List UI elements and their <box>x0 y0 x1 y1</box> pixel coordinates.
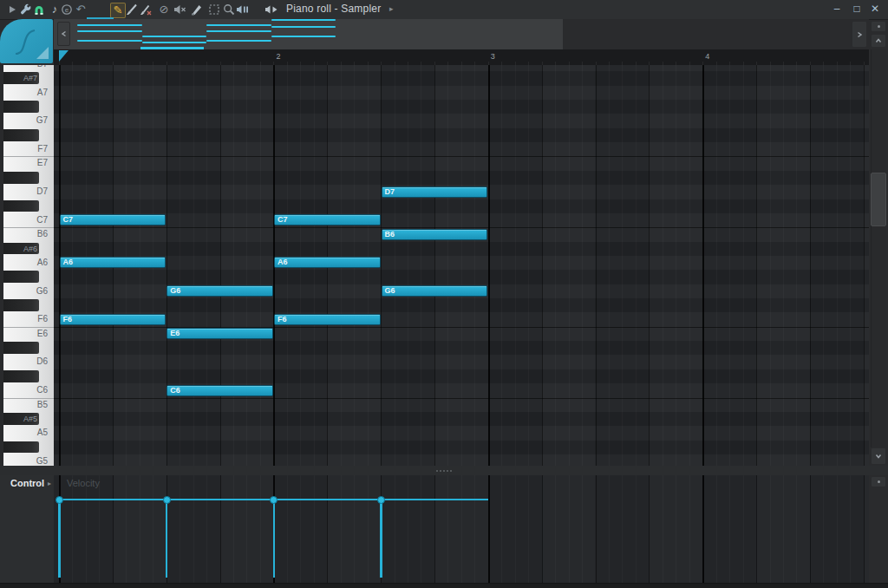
note-F6[interactable]: F6 <box>274 314 381 325</box>
piano-key-F#6[interactable] <box>3 299 39 311</box>
control-menu-arrow-icon[interactable]: ▸ <box>48 480 51 487</box>
velocity-point[interactable] <box>377 496 385 504</box>
target-channel-speaker-icon[interactable] <box>264 3 278 16</box>
ruler-bar-number: 4 <box>705 52 709 61</box>
stamp-icon[interactable]: e <box>60 3 74 16</box>
piano-key-B6[interactable] <box>3 227 54 241</box>
vertical-scrollbar-track[interactable] <box>871 49 886 448</box>
piano-key-D6[interactable] <box>3 355 54 369</box>
piano-key-B7[interactable] <box>3 65 54 71</box>
note-label: E6 <box>167 329 272 338</box>
piano-key-F6[interactable] <box>3 312 54 326</box>
piano-key-D7[interactable] <box>3 185 54 199</box>
title-menu-arrow-icon[interactable]: ▸ <box>389 4 394 13</box>
minimap-note-line <box>206 24 271 26</box>
minimap-note-line <box>77 30 142 32</box>
ruler-bar-number: 2 <box>276 52 280 61</box>
paint-brush-icon[interactable] <box>125 3 139 16</box>
note-C7[interactable]: C7 <box>274 214 381 225</box>
timeline-ruler[interactable]: 234 <box>54 49 869 65</box>
note-A6[interactable]: A6 <box>274 257 381 268</box>
piano-key-label: A#7 <box>23 71 37 85</box>
playback-speaker-icon[interactable] <box>236 3 250 16</box>
piano-key-G5[interactable] <box>3 454 54 466</box>
undo-icon[interactable]: ↶ <box>74 3 88 16</box>
mute-tool-icon[interactable]: ⊘ <box>157 3 171 16</box>
piano-key-C6[interactable] <box>3 383 54 397</box>
piano-key-E6[interactable] <box>3 327 54 341</box>
panel-handle-button[interactable] <box>871 21 886 32</box>
play-arrow-icon[interactable] <box>5 3 19 16</box>
handle-dot-icon <box>878 25 880 28</box>
delete-brush-icon[interactable] <box>139 3 153 16</box>
note-E6[interactable]: E6 <box>166 328 273 339</box>
draw-pencil-icon[interactable]: ✎ <box>110 3 126 18</box>
piano-key-A7[interactable] <box>3 86 54 100</box>
piano-key-G#7[interactable] <box>3 101 39 113</box>
minimap-note-line <box>206 30 271 32</box>
piano-key-B5[interactable] <box>3 398 54 412</box>
piano-key-D#6[interactable] <box>3 342 39 354</box>
note-F6[interactable]: F6 <box>60 314 166 325</box>
magnet-snap-icon[interactable] <box>32 3 46 16</box>
window-title[interactable]: Piano roll - Sampler <box>286 3 381 15</box>
minimap-note-line <box>142 36 207 37</box>
piano-key-A5[interactable] <box>3 426 54 440</box>
note-grid[interactable]: C7A6F6G6E6C6C7A6F6D7B6G6 <box>54 65 869 466</box>
minimap-panel[interactable] <box>54 19 563 49</box>
piano-key-E7[interactable] <box>3 156 54 170</box>
minimap-scroll-left-button[interactable] <box>57 22 70 46</box>
piano-key-A6[interactable] <box>3 256 54 270</box>
piano-key-G#5[interactable] <box>3 441 39 454</box>
note-C7[interactable]: C7 <box>60 214 166 225</box>
velocity-stem[interactable] <box>273 500 276 578</box>
piano-key-G#6[interactable] <box>3 271 39 283</box>
piano-key-C#7[interactable] <box>3 200 39 212</box>
piano-key-G6[interactable] <box>3 284 54 298</box>
piano-key-G7[interactable] <box>3 114 54 127</box>
close-button[interactable]: ✕ <box>868 1 882 17</box>
minimap-scroll-right-button[interactable] <box>852 21 867 48</box>
piano-roll-corner-menu[interactable] <box>0 19 53 63</box>
zoom-tool-icon[interactable] <box>222 3 236 16</box>
velocity-stem[interactable] <box>380 500 382 578</box>
note-label: G6 <box>382 286 487 296</box>
speaker-mute-icon[interactable] <box>173 3 186 16</box>
velocity-stem[interactable] <box>58 500 61 578</box>
piano-key-C7[interactable] <box>3 213 54 227</box>
minimap-note-line <box>77 40 142 42</box>
piano-key-C#6[interactable] <box>3 370 39 382</box>
velocity-point[interactable] <box>270 496 278 504</box>
minimize-button[interactable]: – <box>830 1 844 17</box>
velocity-point[interactable] <box>56 496 63 504</box>
vertical-scrollbar-thumb[interactable] <box>871 173 886 226</box>
velocity-lane[interactable]: Velocity <box>54 475 869 583</box>
control-panel-header: Control ▸ <box>0 475 54 583</box>
piano-key-D#7[interactable] <box>3 172 39 184</box>
control-lane-handle-button[interactable] <box>871 476 886 487</box>
slice-tool-icon[interactable] <box>190 3 204 16</box>
note-label: B6 <box>382 230 487 239</box>
scroll-up-button[interactable] <box>871 34 886 48</box>
horizontal-scrollbar[interactable] <box>0 583 888 588</box>
wrench-icon[interactable] <box>18 3 32 16</box>
velocity-point[interactable] <box>163 496 171 504</box>
piano-keyboard[interactable]: B7A#7A7G7F7E7D7C7B6A#6A6G6F6E6D6C6B5A#5A… <box>0 65 54 466</box>
note-A6[interactable]: A6 <box>60 257 166 268</box>
note-D7[interactable]: D7 <box>382 186 488 198</box>
scroll-down-button[interactable] <box>871 448 886 465</box>
select-tool-icon[interactable] <box>207 3 221 16</box>
minimap-strip[interactable] <box>54 19 869 49</box>
minimap-note-line <box>271 26 336 28</box>
maximize-button[interactable]: □ <box>850 1 864 17</box>
note-C6[interactable]: C6 <box>166 385 273 396</box>
control-menu[interactable]: Control <box>10 478 44 488</box>
note-B6[interactable]: B6 <box>382 229 488 240</box>
velocity-stem[interactable] <box>166 500 168 578</box>
piano-key-F7[interactable] <box>3 142 54 156</box>
note-G6[interactable]: G6 <box>166 285 273 297</box>
panel-resize-divider[interactable] <box>0 466 888 475</box>
note-G6[interactable]: G6 <box>382 285 488 297</box>
ruler-bar-number: 3 <box>491 52 495 61</box>
piano-key-F#7[interactable] <box>3 129 39 141</box>
